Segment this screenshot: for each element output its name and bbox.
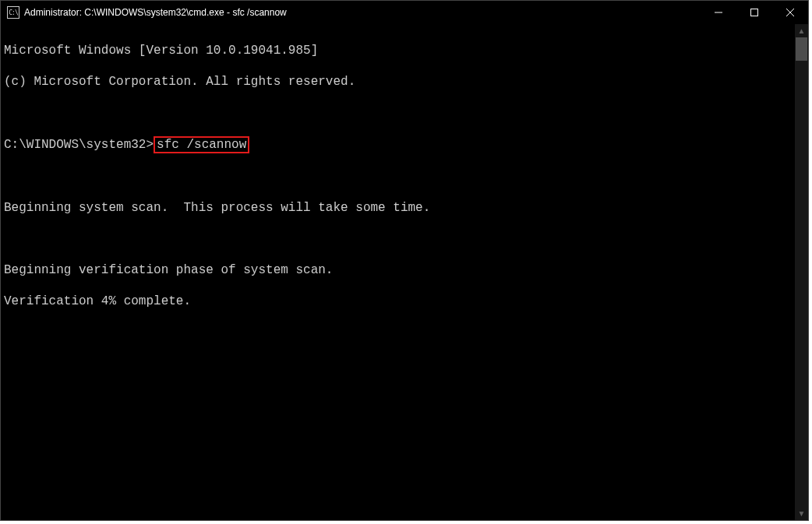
scroll-down-arrow-icon[interactable]: ▼ — [795, 507, 808, 520]
output-blank — [4, 231, 795, 247]
output-line: Beginning verification phase of system s… — [4, 262, 795, 278]
output-line: (c) Microsoft Corporation. All rights re… — [4, 74, 795, 90]
minimize-button[interactable] — [701, 1, 736, 24]
window-title: Administrator: C:\WINDOWS\system32\cmd.e… — [24, 7, 701, 18]
highlighted-command: sfc /scannow — [154, 136, 249, 153]
output-line: Beginning system scan. This process will… — [4, 200, 795, 216]
terminal-output[interactable]: Microsoft Windows [Version 10.0.19041.98… — [1, 24, 795, 520]
content-area: Microsoft Windows [Version 10.0.19041.98… — [1, 24, 808, 520]
output-line: Microsoft Windows [Version 10.0.19041.98… — [4, 43, 795, 58]
window-controls — [701, 1, 808, 24]
prompt-prefix: C:\WINDOWS\system32> — [4, 138, 154, 152]
titlebar[interactable]: C:\ Administrator: C:\WINDOWS\system32\c… — [1, 1, 808, 24]
minimize-icon — [715, 9, 722, 16]
scroll-up-arrow-icon[interactable]: ▲ — [795, 24, 808, 37]
close-icon — [786, 9, 794, 16]
maximize-icon — [750, 9, 758, 16]
scroll-thumb[interactable] — [796, 37, 807, 61]
prompt-line: C:\WINDOWS\system32>sfc /scannow — [4, 136, 795, 153]
close-button[interactable] — [772, 1, 808, 24]
output-blank — [4, 105, 795, 121]
output-blank — [4, 169, 795, 185]
vertical-scrollbar[interactable]: ▲ ▼ — [795, 24, 808, 520]
cmd-icon: C:\ — [7, 6, 19, 19]
maximize-button[interactable] — [736, 1, 772, 24]
svg-rect-1 — [751, 9, 758, 16]
cmd-window: C:\ Administrator: C:\WINDOWS\system32\c… — [0, 0, 809, 521]
output-line: Verification 4% complete. — [4, 294, 795, 309]
